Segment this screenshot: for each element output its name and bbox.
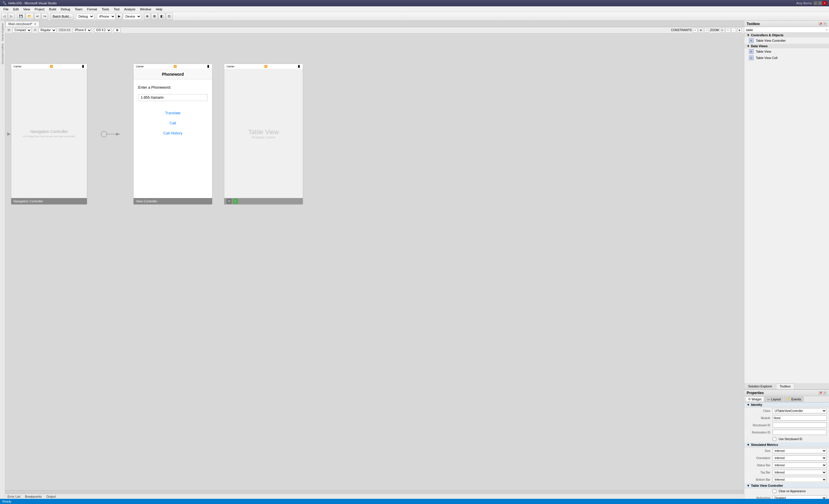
call-history-btn[interactable]: Call History xyxy=(138,129,208,138)
toolbox-search-input[interactable] xyxy=(746,28,826,32)
bottom-bar-select[interactable]: Inferred xyxy=(772,477,827,482)
menu-build[interactable]: Build xyxy=(47,7,59,11)
orientation-select[interactable]: Inferred xyxy=(772,455,827,461)
use-storyboard-checkbox[interactable] xyxy=(772,437,776,441)
zoom-out-btn[interactable]: − xyxy=(731,28,736,33)
toolbox-search-clear[interactable]: ✕ xyxy=(826,28,828,31)
toolbox-item-table-view-controller[interactable]: ⊞ Table View Controller xyxy=(744,37,829,44)
toolbar-extra-btn4[interactable]: ⊡ xyxy=(166,13,172,20)
orientation-label: Orientation xyxy=(747,457,772,460)
minimize-button[interactable]: ─ xyxy=(814,1,818,5)
toolbox-close-btn[interactable]: ✕ xyxy=(823,22,827,26)
batch-build-btn[interactable]: Batch Build... xyxy=(51,13,73,20)
properties-pin-btn[interactable]: 📌 xyxy=(819,391,822,395)
device-dropdown[interactable]: Device xyxy=(123,13,141,20)
toolbox-section-dataviews[interactable]: ▼ Data Views xyxy=(744,44,829,48)
toolbar-extra-btn3[interactable]: ◧ xyxy=(158,13,165,20)
zoom-extra-btn[interactable]: ⊕ xyxy=(737,28,742,33)
menu-view[interactable]: View xyxy=(21,7,33,11)
breakpoints-tab[interactable]: Breakpoints xyxy=(24,494,43,499)
zoom-fit-btn[interactable]: ⊡ xyxy=(720,28,724,33)
toolbox-item-table-view[interactable]: ⊞ Table View xyxy=(744,48,829,55)
module-input[interactable] xyxy=(772,416,827,421)
constraint-btn-3[interactable]: □ xyxy=(705,28,709,33)
vc-carrier: Carrier xyxy=(136,65,144,68)
widget-tab[interactable]: ⊙ Widget xyxy=(746,397,764,402)
menu-file[interactable]: File xyxy=(1,7,11,11)
bottom-bar-value: Inferred xyxy=(772,477,827,482)
menu-test[interactable]: Test xyxy=(111,7,122,11)
toolbox-section-controllers[interactable]: ▼ Controllers & Objects xyxy=(744,33,829,37)
phoneword-input[interactable] xyxy=(138,94,208,101)
constraint-btn-1[interactable]: + xyxy=(693,28,697,33)
restore-button[interactable]: □ xyxy=(818,1,822,5)
clear-appearance-checkbox[interactable] xyxy=(772,489,776,493)
view-controller-frame[interactable]: Carrier 📶 ▐▌ Phoneword Enter a Phoneword… xyxy=(133,64,212,205)
tvc-icon-glyph: ⊞ xyxy=(750,39,752,42)
identity-section[interactable]: ▼ Identity xyxy=(744,402,829,407)
menu-debug[interactable]: Debug xyxy=(59,7,72,11)
toolbox-item-table-view-cell[interactable]: ⊟ Table View Cell xyxy=(744,55,829,61)
run-btn[interactable]: ▶ xyxy=(116,13,122,20)
nav-controller-frame[interactable]: Carrier 📶 ▐▌ ▶ Navigation Controller Ctr… xyxy=(11,64,87,205)
menu-edit[interactable]: Edit xyxy=(11,7,21,11)
close-button[interactable]: ✕ xyxy=(823,1,827,5)
tab-close-btn[interactable]: ✕ xyxy=(34,23,36,26)
iphone-dropdown[interactable]: iPhone xyxy=(97,13,115,20)
storyboard-id-input[interactable] xyxy=(772,423,827,428)
toolbox: Toolbox 📌 ✕ ✕ ▼ Controllers & Objects ⊞ xyxy=(744,21,829,383)
toolbar-extra-btn1[interactable]: ⊕ xyxy=(144,13,150,20)
toolbar-redo-btn[interactable]: ↪ xyxy=(41,13,48,20)
toolbar-extra-btn2[interactable]: ⊞ xyxy=(151,13,158,20)
refreshing-select[interactable]: Disabled xyxy=(772,495,827,499)
menu-project[interactable]: Project xyxy=(32,7,47,11)
canvas[interactable]: Carrier 📶 ▐▌ ▶ Navigation Controller Ctr… xyxy=(5,33,744,490)
tab-main-storyboard[interactable]: Main.storyboard* ✕ xyxy=(5,21,39,27)
top-bar-row: Top Bar Inferred xyxy=(744,469,829,476)
toolbox-pin-btn[interactable]: 📌 xyxy=(819,22,822,26)
status-bar-select[interactable]: Inferred xyxy=(772,463,827,468)
svg-marker-2 xyxy=(116,133,120,136)
toolbar-undo-btn[interactable]: ↩ xyxy=(34,13,41,20)
toolbar-forward-btn[interactable]: ▷ xyxy=(8,13,14,20)
sidebar-document-outline[interactable]: Document Outline xyxy=(1,43,4,64)
properties-title: Properties xyxy=(747,391,764,395)
menu-team[interactable]: Team xyxy=(73,7,85,11)
menu-tools[interactable]: Tools xyxy=(99,7,111,11)
menu-analyze[interactable]: Analyze xyxy=(122,7,138,11)
toolbar-open-btn[interactable]: 📂 xyxy=(26,13,34,20)
toolbar-back-btn[interactable]: ◁ xyxy=(1,13,7,20)
size-select[interactable]: Inferred xyxy=(772,448,827,453)
sidebar-server-explorer[interactable]: Server Explorer xyxy=(1,23,4,41)
call-btn[interactable]: Call xyxy=(138,118,208,128)
layout-tab[interactable]: — Layout xyxy=(764,397,783,402)
canvas-hscroll[interactable] xyxy=(5,490,744,494)
table-view-controller-frame[interactable]: Carrier 📶 ▐▌ Table View Prototype Conten… xyxy=(224,64,303,205)
translate-btn[interactable]: Translate xyxy=(138,109,208,117)
simulated-metrics-section[interactable]: ▼ Simulated Metrics xyxy=(744,442,829,447)
constraint-btn-2[interactable]: ⊞ xyxy=(698,28,703,33)
h-regular-select[interactable]: Regular xyxy=(39,28,57,33)
menu-help[interactable]: Help xyxy=(153,7,165,11)
solution-explorer-tab[interactable]: Solution Explorer xyxy=(744,384,776,389)
toolbar-save-btn[interactable]: 💾 xyxy=(17,13,25,20)
w-compact-select[interactable]: Compact xyxy=(12,28,32,33)
restoration-id-input[interactable] xyxy=(772,430,827,435)
menu-window[interactable]: Window xyxy=(138,7,153,11)
iphone6-select[interactable]: iPhone 6 xyxy=(73,28,92,33)
properties-subtabs: ⊙ Widget — Layout ⚡ Events xyxy=(744,396,829,402)
events-tab[interactable]: ⚡ Events xyxy=(784,397,804,402)
class-select[interactable]: UITableViewController xyxy=(772,408,827,413)
ios-select[interactable]: iOS 9.2 xyxy=(94,28,111,33)
toolbox-tab[interactable]: Toolbox xyxy=(776,384,794,389)
zoom-in-btn[interactable]: + xyxy=(726,28,730,33)
nav-carrier: Carrier xyxy=(13,65,22,68)
properties-close-btn[interactable]: ✕ xyxy=(823,391,827,395)
output-tab[interactable]: Output xyxy=(45,494,57,499)
menu-format[interactable]: Format xyxy=(85,7,99,11)
debug-dropdown[interactable]: Debug xyxy=(76,13,94,20)
storyboard-extra-btn[interactable]: 🖥 xyxy=(114,28,120,33)
top-bar-select[interactable]: Inferred xyxy=(772,470,827,475)
tvc-section[interactable]: ▼ Table View Controller xyxy=(744,483,829,488)
error-list-tab[interactable]: Error List xyxy=(6,494,22,499)
